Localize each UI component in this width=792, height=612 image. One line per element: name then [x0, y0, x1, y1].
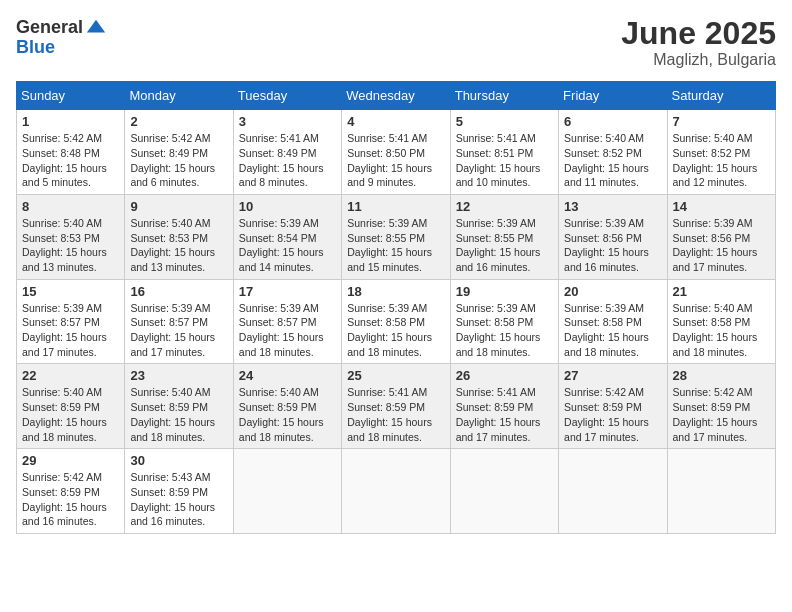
calendar-cell: 30 Sunrise: 5:43 AM Sunset: 8:59 PM Dayl…: [125, 449, 233, 534]
calendar-cell: 15 Sunrise: 5:39 AM Sunset: 8:57 PM Dayl…: [17, 279, 125, 364]
day-info: Sunrise: 5:39 AM Sunset: 8:56 PM Dayligh…: [564, 216, 661, 275]
day-number: 9: [130, 199, 227, 214]
day-number: 20: [564, 284, 661, 299]
calendar-week-row: 29 Sunrise: 5:42 AM Sunset: 8:59 PM Dayl…: [17, 449, 776, 534]
calendar-cell: 19 Sunrise: 5:39 AM Sunset: 8:58 PM Dayl…: [450, 279, 558, 364]
day-header-wednesday: Wednesday: [342, 82, 450, 110]
calendar-cell: [233, 449, 341, 534]
day-info: Sunrise: 5:42 AM Sunset: 8:49 PM Dayligh…: [130, 131, 227, 190]
day-number: 5: [456, 114, 553, 129]
day-number: 26: [456, 368, 553, 383]
day-info: Sunrise: 5:41 AM Sunset: 8:51 PM Dayligh…: [456, 131, 553, 190]
day-header-monday: Monday: [125, 82, 233, 110]
day-number: 19: [456, 284, 553, 299]
day-header-thursday: Thursday: [450, 82, 558, 110]
calendar-cell: 1 Sunrise: 5:42 AM Sunset: 8:48 PM Dayli…: [17, 110, 125, 195]
day-number: 14: [673, 199, 770, 214]
day-info: Sunrise: 5:40 AM Sunset: 8:59 PM Dayligh…: [22, 385, 119, 444]
title-block: June 2025 Maglizh, Bulgaria: [621, 16, 776, 69]
calendar-cell: 10 Sunrise: 5:39 AM Sunset: 8:54 PM Dayl…: [233, 194, 341, 279]
day-info: Sunrise: 5:39 AM Sunset: 8:57 PM Dayligh…: [239, 301, 336, 360]
calendar-cell: 3 Sunrise: 5:41 AM Sunset: 8:49 PM Dayli…: [233, 110, 341, 195]
day-info: Sunrise: 5:42 AM Sunset: 8:48 PM Dayligh…: [22, 131, 119, 190]
day-info: Sunrise: 5:40 AM Sunset: 8:59 PM Dayligh…: [239, 385, 336, 444]
calendar-cell: 18 Sunrise: 5:39 AM Sunset: 8:58 PM Dayl…: [342, 279, 450, 364]
day-number: 1: [22, 114, 119, 129]
day-number: 8: [22, 199, 119, 214]
logo-general: General: [16, 18, 83, 36]
day-number: 23: [130, 368, 227, 383]
day-info: Sunrise: 5:40 AM Sunset: 8:53 PM Dayligh…: [130, 216, 227, 275]
day-info: Sunrise: 5:40 AM Sunset: 8:52 PM Dayligh…: [564, 131, 661, 190]
day-number: 3: [239, 114, 336, 129]
calendar-cell: 16 Sunrise: 5:39 AM Sunset: 8:57 PM Dayl…: [125, 279, 233, 364]
calendar-cell: [342, 449, 450, 534]
day-info: Sunrise: 5:39 AM Sunset: 8:57 PM Dayligh…: [22, 301, 119, 360]
day-header-sunday: Sunday: [17, 82, 125, 110]
day-info: Sunrise: 5:39 AM Sunset: 8:55 PM Dayligh…: [347, 216, 444, 275]
day-number: 22: [22, 368, 119, 383]
calendar-cell: 4 Sunrise: 5:41 AM Sunset: 8:50 PM Dayli…: [342, 110, 450, 195]
day-info: Sunrise: 5:41 AM Sunset: 8:50 PM Dayligh…: [347, 131, 444, 190]
day-info: Sunrise: 5:42 AM Sunset: 8:59 PM Dayligh…: [673, 385, 770, 444]
calendar-header-row: SundayMondayTuesdayWednesdayThursdayFrid…: [17, 82, 776, 110]
calendar-cell: 12 Sunrise: 5:39 AM Sunset: 8:55 PM Dayl…: [450, 194, 558, 279]
day-number: 4: [347, 114, 444, 129]
day-info: Sunrise: 5:42 AM Sunset: 8:59 PM Dayligh…: [564, 385, 661, 444]
day-info: Sunrise: 5:39 AM Sunset: 8:54 PM Dayligh…: [239, 216, 336, 275]
location-title: Maglizh, Bulgaria: [621, 51, 776, 69]
day-header-tuesday: Tuesday: [233, 82, 341, 110]
calendar-cell: 27 Sunrise: 5:42 AM Sunset: 8:59 PM Dayl…: [559, 364, 667, 449]
calendar-cell: 6 Sunrise: 5:40 AM Sunset: 8:52 PM Dayli…: [559, 110, 667, 195]
day-info: Sunrise: 5:40 AM Sunset: 8:58 PM Dayligh…: [673, 301, 770, 360]
calendar-cell: 28 Sunrise: 5:42 AM Sunset: 8:59 PM Dayl…: [667, 364, 775, 449]
svg-marker-0: [87, 20, 105, 33]
calendar-cell: 22 Sunrise: 5:40 AM Sunset: 8:59 PM Dayl…: [17, 364, 125, 449]
calendar-week-row: 1 Sunrise: 5:42 AM Sunset: 8:48 PM Dayli…: [17, 110, 776, 195]
day-number: 11: [347, 199, 444, 214]
calendar-cell: 5 Sunrise: 5:41 AM Sunset: 8:51 PM Dayli…: [450, 110, 558, 195]
calendar-cell: 20 Sunrise: 5:39 AM Sunset: 8:58 PM Dayl…: [559, 279, 667, 364]
calendar-cell: [559, 449, 667, 534]
page-header: General Blue June 2025 Maglizh, Bulgaria: [16, 16, 776, 69]
calendar-cell: 14 Sunrise: 5:39 AM Sunset: 8:56 PM Dayl…: [667, 194, 775, 279]
day-number: 12: [456, 199, 553, 214]
logo-icon: [85, 16, 107, 38]
calendar-cell: [667, 449, 775, 534]
calendar-cell: 8 Sunrise: 5:40 AM Sunset: 8:53 PM Dayli…: [17, 194, 125, 279]
calendar-cell: 26 Sunrise: 5:41 AM Sunset: 8:59 PM Dayl…: [450, 364, 558, 449]
calendar-cell: 24 Sunrise: 5:40 AM Sunset: 8:59 PM Dayl…: [233, 364, 341, 449]
calendar-cell: 7 Sunrise: 5:40 AM Sunset: 8:52 PM Dayli…: [667, 110, 775, 195]
day-number: 2: [130, 114, 227, 129]
calendar-cell: 17 Sunrise: 5:39 AM Sunset: 8:57 PM Dayl…: [233, 279, 341, 364]
day-number: 24: [239, 368, 336, 383]
day-info: Sunrise: 5:41 AM Sunset: 8:49 PM Dayligh…: [239, 131, 336, 190]
calendar-cell: 9 Sunrise: 5:40 AM Sunset: 8:53 PM Dayli…: [125, 194, 233, 279]
day-number: 30: [130, 453, 227, 468]
day-number: 17: [239, 284, 336, 299]
day-info: Sunrise: 5:41 AM Sunset: 8:59 PM Dayligh…: [347, 385, 444, 444]
calendar-cell: 2 Sunrise: 5:42 AM Sunset: 8:49 PM Dayli…: [125, 110, 233, 195]
day-number: 25: [347, 368, 444, 383]
day-info: Sunrise: 5:43 AM Sunset: 8:59 PM Dayligh…: [130, 470, 227, 529]
day-number: 15: [22, 284, 119, 299]
day-info: Sunrise: 5:39 AM Sunset: 8:58 PM Dayligh…: [347, 301, 444, 360]
calendar-cell: 13 Sunrise: 5:39 AM Sunset: 8:56 PM Dayl…: [559, 194, 667, 279]
day-info: Sunrise: 5:41 AM Sunset: 8:59 PM Dayligh…: [456, 385, 553, 444]
day-info: Sunrise: 5:42 AM Sunset: 8:59 PM Dayligh…: [22, 470, 119, 529]
day-number: 7: [673, 114, 770, 129]
calendar-week-row: 8 Sunrise: 5:40 AM Sunset: 8:53 PM Dayli…: [17, 194, 776, 279]
month-title: June 2025: [621, 16, 776, 51]
day-number: 28: [673, 368, 770, 383]
logo: General Blue: [16, 16, 107, 57]
day-info: Sunrise: 5:40 AM Sunset: 8:59 PM Dayligh…: [130, 385, 227, 444]
day-number: 10: [239, 199, 336, 214]
day-info: Sunrise: 5:39 AM Sunset: 8:57 PM Dayligh…: [130, 301, 227, 360]
calendar-cell: 25 Sunrise: 5:41 AM Sunset: 8:59 PM Dayl…: [342, 364, 450, 449]
day-number: 21: [673, 284, 770, 299]
day-info: Sunrise: 5:40 AM Sunset: 8:52 PM Dayligh…: [673, 131, 770, 190]
day-info: Sunrise: 5:39 AM Sunset: 8:55 PM Dayligh…: [456, 216, 553, 275]
calendar-cell: 21 Sunrise: 5:40 AM Sunset: 8:58 PM Dayl…: [667, 279, 775, 364]
day-number: 29: [22, 453, 119, 468]
calendar-cell: [450, 449, 558, 534]
